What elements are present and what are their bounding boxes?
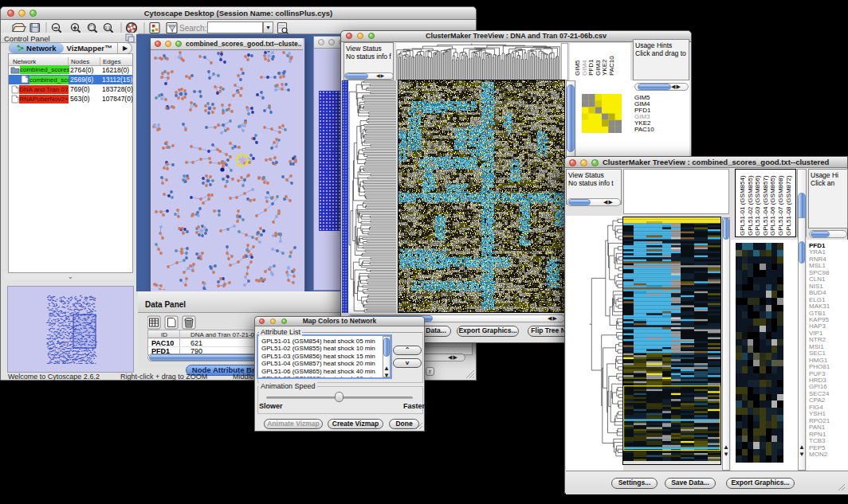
svg-text:1:1: 1:1 <box>105 25 111 30</box>
